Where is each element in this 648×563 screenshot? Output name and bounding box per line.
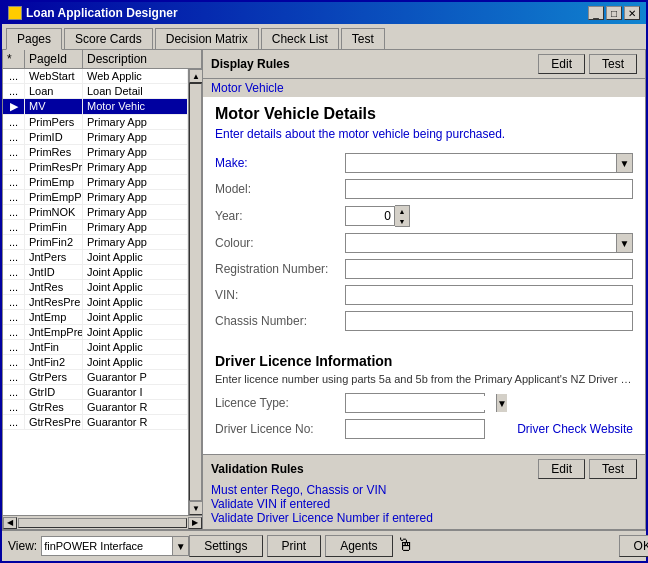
main-window: Loan Application Designer _ □ ✕ Pages Sc…	[0, 0, 648, 563]
table-row[interactable]: ▶ MV Motor Vehic	[3, 99, 188, 115]
licence-type-input[interactable]	[346, 396, 496, 410]
validation-rule-3[interactable]: Validate Driver Licence Number if entere…	[211, 511, 637, 525]
licence-type-arrow[interactable]: ▼	[496, 394, 507, 412]
table-row[interactable]: ... GtrResPre Guarantor R	[3, 415, 188, 430]
row-dot: ...	[3, 265, 25, 279]
label-model: Model:	[215, 182, 345, 196]
year-input[interactable]	[345, 206, 395, 226]
row-desc: Primary App	[83, 130, 188, 144]
tab-test[interactable]: Test	[341, 28, 385, 49]
view-select-wrapper[interactable]: ▼	[41, 536, 189, 556]
scroll-down-button[interactable]: ▼	[189, 501, 202, 515]
table-row[interactable]: ... GtrID Guarantor I	[3, 385, 188, 400]
row-dot: ...	[3, 280, 25, 294]
validation-test-button[interactable]: Test	[589, 459, 637, 479]
table-row[interactable]: ... PrimEmp Primary App	[3, 175, 188, 190]
row-pageid: JntFin2	[25, 355, 83, 369]
table-row[interactable]: ... PrimResPre Primary App	[3, 160, 188, 175]
licence-type-wrapper[interactable]: ▼	[345, 393, 485, 413]
table-row[interactable]: ... PrimPers Primary App	[3, 115, 188, 130]
table-row[interactable]: ... GtrRes Guarantor R	[3, 400, 188, 415]
form-section-subtitle: Enter details about the motor vehicle be…	[215, 127, 633, 141]
settings-button[interactable]: Settings	[189, 535, 262, 557]
ok-button[interactable]: OK	[619, 535, 648, 557]
view-select-input[interactable]	[42, 540, 172, 552]
scroll-up-button[interactable]: ▲	[189, 69, 202, 83]
table-row[interactable]: ... PrimEmpPre Primary App	[3, 190, 188, 205]
chassis-input[interactable]	[345, 311, 633, 331]
table-row[interactable]: ... JntRes Joint Applic	[3, 280, 188, 295]
rego-input[interactable]	[345, 259, 633, 279]
display-rules-header: Display Rules Edit Test	[203, 50, 645, 79]
agents-button[interactable]: Agents	[325, 535, 392, 557]
minimize-button[interactable]: _	[588, 6, 604, 20]
scroll-thumb-h[interactable]	[18, 518, 187, 528]
maximize-button[interactable]: □	[606, 6, 622, 20]
table-row[interactable]: ... PrimFin2 Primary App	[3, 235, 188, 250]
form-row-licence-type: Licence Type: ▼	[215, 393, 633, 413]
col-header-desc: Description	[83, 50, 202, 68]
scroll-right[interactable]: ▲ ▼	[188, 69, 202, 515]
table-row[interactable]: ... JntID Joint Applic	[3, 265, 188, 280]
validation-rule-2[interactable]: Validate VIN if entered	[211, 497, 637, 511]
year-spin-down[interactable]: ▼	[395, 216, 409, 226]
row-pageid: Loan	[25, 84, 83, 98]
tab-decision-matrix[interactable]: Decision Matrix	[155, 28, 259, 49]
row-desc: Loan Detail	[83, 84, 188, 98]
table-row[interactable]: ... PrimRes Primary App	[3, 145, 188, 160]
table-row[interactable]: ... JntFin Joint Applic	[3, 340, 188, 355]
make-dropdown-arrow[interactable]: ▼	[616, 154, 632, 172]
make-select-wrapper[interactable]: ▼	[345, 153, 633, 173]
table-row[interactable]: ... JntPers Joint Applic	[3, 250, 188, 265]
tab-score-cards[interactable]: Score Cards	[64, 28, 153, 49]
view-section: View: ▼	[8, 536, 189, 556]
row-pageid: WebStart	[25, 69, 83, 83]
table-row[interactable]: ... PrimID Primary App	[3, 130, 188, 145]
table-row[interactable]: ... JntFin2 Joint Applic	[3, 355, 188, 370]
validation-header: Validation Rules Edit Test	[211, 459, 637, 479]
row-pageid: PrimPers	[25, 115, 83, 129]
label-licence-no: Driver Licence No:	[215, 422, 345, 436]
year-spinner-buttons: ▲ ▼	[395, 205, 410, 227]
view-select-arrow[interactable]: ▼	[172, 537, 188, 555]
left-panel: * PageId Description ... WebStart Web Ap…	[3, 50, 203, 529]
tab-pages[interactable]: Pages	[6, 28, 62, 50]
row-dot: ...	[3, 370, 25, 384]
driver-check-link[interactable]: Driver Check Website	[517, 422, 633, 436]
year-spin-up[interactable]: ▲	[395, 206, 409, 216]
validation-edit-button[interactable]: Edit	[538, 459, 585, 479]
table-row[interactable]: ... JntEmp Joint Applic	[3, 310, 188, 325]
row-desc: Motor Vehic	[83, 99, 188, 114]
display-rules-edit-button[interactable]: Edit	[538, 54, 585, 74]
breadcrumb-row: Motor Vehicle	[203, 79, 645, 97]
validation-rule-1[interactable]: Must enter Rego, Chassis or VIN	[211, 483, 637, 497]
print-button[interactable]: Print	[267, 535, 322, 557]
table-row[interactable]: ... PrimFin Primary App	[3, 220, 188, 235]
row-dot: ...	[3, 235, 25, 249]
table-row[interactable]: ... WebStart Web Applic	[3, 69, 188, 84]
table-row[interactable]: ... JntResPre Joint Applic	[3, 295, 188, 310]
colour-dropdown-arrow[interactable]: ▼	[616, 234, 632, 252]
colour-input[interactable]	[346, 236, 616, 250]
colour-select-wrapper[interactable]: ▼	[345, 233, 633, 253]
scroll-track[interactable]	[189, 83, 202, 501]
row-desc: Joint Applic	[83, 250, 188, 264]
table-row[interactable]: ... Loan Loan Detail	[3, 84, 188, 99]
col-header-star: *	[3, 50, 25, 68]
scroll-right-button[interactable]: ▶	[188, 517, 202, 529]
display-rules-test-button[interactable]: Test	[589, 54, 637, 74]
make-input[interactable]	[346, 156, 616, 170]
table-row[interactable]: ... PrimNOK Primary App	[3, 205, 188, 220]
licence-no-input[interactable]	[345, 419, 485, 439]
close-button[interactable]: ✕	[624, 6, 640, 20]
scroll-h-area[interactable]: ◀ ▶	[3, 515, 202, 529]
row-pageid: GtrRes	[25, 400, 83, 414]
table-row[interactable]: ... GtrPers Guarantor P	[3, 370, 188, 385]
row-pageid: PrimEmpPre	[25, 190, 83, 204]
table-row[interactable]: ... JntEmpPre Joint Applic	[3, 325, 188, 340]
vin-input[interactable]	[345, 285, 633, 305]
tab-check-list[interactable]: Check List	[261, 28, 339, 49]
scroll-left-button[interactable]: ◀	[3, 517, 17, 529]
model-input[interactable]	[345, 179, 633, 199]
breadcrumb-link[interactable]: Motor Vehicle	[211, 81, 284, 95]
